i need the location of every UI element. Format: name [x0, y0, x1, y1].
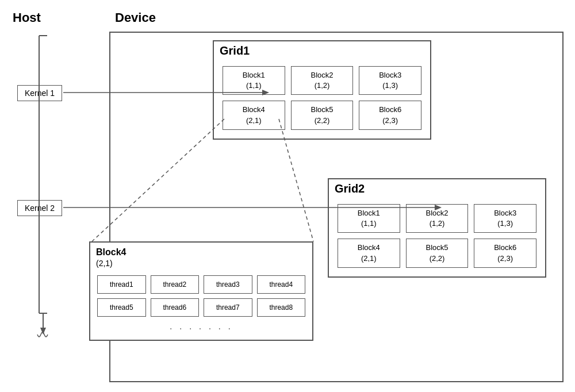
grid2-block4: Block4(2,1) — [338, 239, 400, 267]
thread5-box: thread5 — [97, 298, 146, 317]
threads-dots: · · · · · · · — [90, 321, 312, 340]
block4-expanded: Block4 (2,1) thread1 thread2 thread3 thr… — [89, 241, 313, 341]
block4-expanded-subtitle: (2,1) — [90, 259, 312, 272]
grid1-block6: Block6(2,3) — [359, 101, 421, 129]
grid1-blocks: Block1(1,1) Block2(1,2) Block3(1,3) Bloc… — [214, 63, 430, 139]
thread3-box: thread3 — [204, 275, 252, 294]
diagram-container: Host Device Kernel 1 Kernel 2 Grid1 Bloc… — [0, 0, 575, 392]
threads-grid: thread1 thread2 thread3 thread4 thread5 … — [90, 272, 312, 321]
thread6-box: thread6 — [151, 298, 200, 317]
block4-expanded-title: Block4 — [90, 243, 312, 259]
grid1-block5: Block5(2,2) — [291, 101, 354, 129]
grid2-block1: Block1(1,1) — [338, 204, 400, 233]
grid2-blocks: Block1(1,1) Block2(1,2) Block3(1,3) Bloc… — [329, 201, 545, 276]
device-label: Device — [115, 10, 156, 25]
thread4-box: thread4 — [257, 275, 306, 294]
grid2-block5: Block5(2,2) — [406, 239, 469, 267]
kernel2-box: Kernel 2 — [17, 200, 62, 216]
grid2-container: Grid2 Block1(1,1) Block2(1,2) Block3(1,3… — [328, 178, 546, 278]
thread2-box: thread2 — [151, 275, 200, 294]
grid1-block4: Block4(2,1) — [223, 101, 285, 129]
kernel1-box: Kernel 1 — [17, 85, 62, 101]
host-label: Host — [13, 10, 41, 25]
svg-marker-4 — [40, 328, 46, 335]
kernel1-label: Kernel 1 — [25, 89, 55, 98]
grid1-label: Grid1 — [214, 41, 430, 57]
grid1-container: Grid1 Block1(1,1) Block2(1,2) Block3(1,3… — [213, 40, 431, 140]
grid2-label: Grid2 — [329, 179, 545, 195]
thread1-box: thread1 — [97, 275, 146, 294]
grid1-block3: Block3(1,3) — [359, 66, 421, 95]
grid2-block2: Block2(1,2) — [406, 204, 469, 233]
kernel2-label: Kernel 2 — [25, 203, 55, 213]
grid2-block6: Block6(2,3) — [474, 239, 536, 267]
grid2-block3: Block3(1,3) — [474, 204, 536, 233]
thread7-box: thread7 — [204, 298, 252, 317]
thread8-box: thread8 — [257, 298, 306, 317]
grid1-block1: Block1(1,1) — [223, 66, 285, 95]
grid1-block2: Block2(1,2) — [291, 66, 354, 95]
